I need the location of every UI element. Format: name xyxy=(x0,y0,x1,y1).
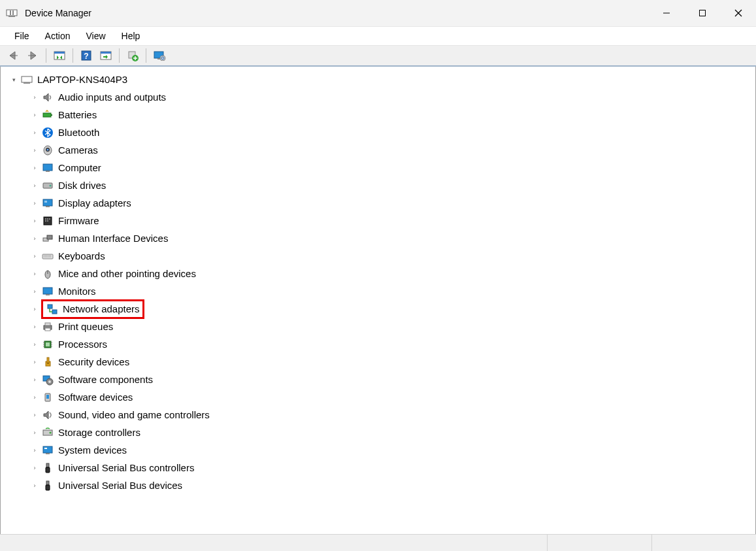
root-label: LAPTOP-KNS404P3 xyxy=(37,74,127,85)
expand-icon[interactable]: › xyxy=(29,322,40,332)
back-button[interactable] xyxy=(4,47,22,64)
tree-view[interactable]: ▾ LAPTOP-KNS404P3 ›Audio inputs and outp… xyxy=(0,67,756,534)
expand-icon[interactable]: › xyxy=(29,427,40,438)
tree-item-label: Keyboards xyxy=(58,250,105,261)
add-legacy-hardware-button[interactable] xyxy=(123,47,142,64)
svg-rect-43 xyxy=(47,218,48,220)
tree-item[interactable]: ›Bluetooth xyxy=(2,124,754,141)
svg-rect-48 xyxy=(47,235,52,239)
expand-icon[interactable]: › xyxy=(29,357,40,367)
expand-icon[interactable]: › xyxy=(29,286,40,297)
cpu-icon xyxy=(41,338,54,351)
tree-item[interactable]: ›Batteries xyxy=(2,106,754,124)
expand-icon[interactable]: › xyxy=(29,269,40,279)
menu-file[interactable]: File xyxy=(7,28,37,44)
titlebar: Device Manager xyxy=(0,0,756,26)
tree-item[interactable]: ›Sound, video and game controllers xyxy=(2,406,754,424)
svg-rect-82 xyxy=(46,463,49,467)
close-button[interactable] xyxy=(720,0,756,26)
expand-icon[interactable]: › xyxy=(29,145,40,156)
highlight-annotation: Network adapters xyxy=(41,299,144,319)
expand-icon[interactable]: › xyxy=(29,392,40,403)
tree-item[interactable]: ›Display adapters xyxy=(2,194,754,212)
expand-icon[interactable]: › xyxy=(29,92,40,103)
help-button[interactable]: ? xyxy=(77,47,95,64)
tree-item[interactable]: ›System devices xyxy=(2,441,754,459)
expand-icon[interactable]: › xyxy=(29,110,40,120)
tree-item-label: Human Interface Devices xyxy=(58,233,168,244)
scan-hardware-icon xyxy=(100,50,112,61)
toolbar: ? xyxy=(0,46,756,67)
devices-and-printers-button[interactable] xyxy=(150,47,169,64)
forward-button[interactable] xyxy=(24,47,42,64)
toolbar-separator xyxy=(146,48,146,63)
svg-rect-60 xyxy=(45,328,50,331)
svg-rect-26 xyxy=(22,76,32,82)
tree-item[interactable]: ›Storage controllers xyxy=(2,424,754,441)
minimize-button[interactable] xyxy=(648,0,684,26)
usb-icon xyxy=(41,461,54,475)
close-icon xyxy=(734,8,743,18)
svg-rect-39 xyxy=(46,206,50,207)
tree-item[interactable]: ›Software components xyxy=(2,371,754,388)
svg-point-24 xyxy=(160,56,165,61)
tree-item[interactable]: ›Firmware xyxy=(2,212,754,229)
tree-item[interactable]: ›Audio inputs and outputs xyxy=(2,88,754,106)
tree-item[interactable]: ›Disk drives xyxy=(2,176,754,194)
expand-icon[interactable]: › xyxy=(29,233,40,244)
tree-item[interactable]: ›Print queues xyxy=(2,318,754,335)
show-hide-console-tree-button[interactable] xyxy=(50,47,69,64)
svg-rect-35 xyxy=(46,171,50,172)
tree-item-label: Computer xyxy=(58,162,101,173)
toolbar-separator xyxy=(119,48,120,63)
tree-item[interactable]: ›Monitors xyxy=(2,282,754,300)
disk-icon xyxy=(41,179,54,192)
tree-item[interactable]: ›Human Interface Devices xyxy=(2,229,754,247)
tree-item-label: Security devices xyxy=(58,356,129,367)
tree-item[interactable]: ›Cameras xyxy=(2,141,754,159)
menu-view[interactable]: View xyxy=(78,28,113,44)
tree-item[interactable]: ›Universal Serial Bus devices xyxy=(2,476,754,494)
expand-icon[interactable]: › xyxy=(29,127,40,138)
svg-rect-0 xyxy=(7,10,17,16)
menu-action[interactable]: Action xyxy=(37,28,78,44)
expand-icon[interactable]: › xyxy=(29,480,40,491)
svg-rect-23 xyxy=(157,58,160,59)
tree-root[interactable]: ▾ LAPTOP-KNS404P3 xyxy=(2,71,754,88)
software-icon xyxy=(41,373,54,386)
expand-icon[interactable]: › xyxy=(29,163,40,173)
tree-item[interactable]: ›Software devices xyxy=(2,388,754,406)
expand-icon[interactable]: › xyxy=(29,445,40,456)
tree-item-label: Universal Serial Bus controllers xyxy=(58,462,194,473)
tree-item[interactable]: ›Computer xyxy=(2,159,754,176)
tree-item[interactable]: ›Keyboards xyxy=(2,247,754,265)
back-arrow-icon xyxy=(7,50,19,61)
expand-icon[interactable]: › xyxy=(29,410,40,420)
collapse-icon[interactable]: ▾ xyxy=(8,75,19,85)
svg-rect-27 xyxy=(24,82,30,84)
tree-item[interactable]: ›Universal Serial Bus controllers xyxy=(2,459,754,476)
tree-item[interactable]: ›Processors xyxy=(2,335,754,353)
expand-icon[interactable]: › xyxy=(29,304,40,314)
expand-icon[interactable]: › xyxy=(29,198,40,209)
maximize-button[interactable] xyxy=(684,0,720,26)
scan-hardware-button[interactable] xyxy=(97,47,115,64)
svg-point-78 xyxy=(50,431,52,433)
svg-rect-1 xyxy=(8,16,15,17)
svg-rect-55 xyxy=(46,294,50,295)
tree-item[interactable]: ›Security devices xyxy=(2,353,754,371)
expand-icon[interactable]: › xyxy=(29,339,40,350)
expand-icon[interactable]: › xyxy=(29,251,40,261)
monitor-icon xyxy=(41,161,54,175)
tree-item-label: Mice and other pointing devices xyxy=(58,268,196,279)
tree-item-label: Batteries xyxy=(58,109,97,120)
console-tree-icon xyxy=(54,50,65,61)
tree-item[interactable]: ›Mice and other pointing devices xyxy=(2,265,754,282)
expand-icon[interactable]: › xyxy=(29,463,40,473)
tree-item[interactable]: ›Network adapters xyxy=(2,300,754,318)
expand-icon[interactable]: › xyxy=(29,216,40,226)
expand-icon[interactable]: › xyxy=(29,375,40,385)
expand-icon[interactable]: › xyxy=(29,180,40,191)
storage-icon xyxy=(41,426,54,439)
menu-help[interactable]: Help xyxy=(114,28,148,44)
